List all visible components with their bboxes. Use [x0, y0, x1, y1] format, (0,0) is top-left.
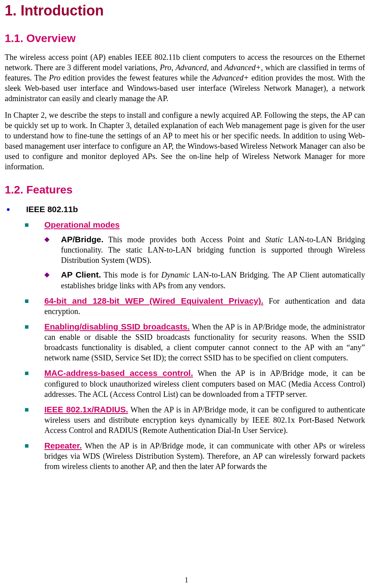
- text-italic: Pro: [49, 73, 61, 82]
- feature-heading: Repeater.: [44, 441, 82, 450]
- diamond-bullet-icon: ◆: [44, 269, 61, 290]
- feature-text: MAC-address-based access control. When t…: [44, 368, 365, 399]
- document-page: 1. Introduction 1.1. Overview The wirele…: [0, 0, 373, 588]
- feature-ieee-80211b: ● IEEE 802.11b: [5, 204, 365, 215]
- text-italic: Advanced: [175, 63, 207, 72]
- feature-repeater: ■ Repeater. When the AP is in AP/Bridge …: [25, 440, 365, 471]
- square-bullet-icon: ■: [25, 321, 44, 363]
- feature-heading: IEEE 802.1x/RADIUS.: [44, 405, 128, 414]
- text-italic: Advanced+: [225, 63, 261, 72]
- feature-heading: 64-bit and 128-bit WEP (Wired Equivalent…: [44, 296, 263, 305]
- text: ,: [171, 63, 175, 72]
- opmode-name: AP Client.: [61, 270, 101, 279]
- page-number: 1: [0, 576, 373, 585]
- square-bullet-icon: ■: [25, 368, 44, 399]
- opmode-ap-client: ◆ AP Client. This mode is for Dynamic LA…: [44, 269, 365, 290]
- feature-mac-access-control: ■ MAC-address-based access control. When…: [25, 368, 365, 399]
- heading-1-introduction: 1. Introduction: [5, 0, 365, 20]
- diamond-bullet-icon: ◆: [44, 234, 61, 265]
- opmode-name: AP/Bridge.: [61, 235, 103, 244]
- feature-ieee-8021x-radius: ■ IEEE 802.1x/RADIUS. When the AP is in …: [25, 404, 365, 435]
- opmode-text: AP/Bridge. This mode provides both Acces…: [61, 234, 365, 265]
- text-italic: Static: [265, 235, 284, 244]
- text-italic: Advanced+: [212, 73, 249, 82]
- feature-text: Repeater. When the AP is in AP/Bridge mo…: [44, 440, 365, 471]
- disc-bullet-icon: ●: [5, 204, 26, 215]
- text: edition provides the fewest features whi…: [61, 73, 212, 82]
- heading-2-features: 1.2. Features: [5, 183, 365, 197]
- feature-operational-modes: ■ Operational modes: [25, 219, 365, 230]
- overview-paragraph-1: The wireless access point (AP) enables I…: [5, 52, 365, 103]
- feature-heading: Enabling/disabling SSID broadcasts.: [44, 322, 190, 331]
- square-bullet-icon: ■: [25, 440, 44, 471]
- feature-heading: Operational modes: [44, 220, 120, 229]
- feature-wep: ■ 64-bit and 128-bit WEP (Wired Equivale…: [25, 295, 365, 316]
- opmode-ap-bridge: ◆ AP/Bridge. This mode provides both Acc…: [44, 234, 365, 265]
- text: , and: [207, 63, 225, 72]
- opmode-text: AP Client. This mode is for Dynamic LAN-…: [61, 269, 365, 290]
- text: When the AP is in AP/Bridge mode, it can…: [44, 441, 365, 471]
- overview-paragraph-2: In Chapter 2, we describe the steps to i…: [5, 110, 365, 172]
- text: This mode is for: [101, 270, 161, 279]
- feature-text: Enabling/disabling SSID broadcasts. When…: [44, 321, 365, 363]
- text-italic: Dynamic: [161, 270, 190, 279]
- feature-title: IEEE 802.11b: [26, 204, 78, 215]
- square-bullet-icon: ■: [25, 404, 44, 435]
- square-bullet-icon: ■: [25, 295, 44, 316]
- feature-text: 64-bit and 128-bit WEP (Wired Equivalent…: [44, 295, 365, 316]
- feature-text: IEEE 802.1x/RADIUS. When the AP is in AP…: [44, 404, 365, 435]
- text: This mode provides both Access Point and: [103, 235, 265, 244]
- square-bullet-icon: ■: [25, 219, 44, 230]
- feature-heading: MAC-address-based access control.: [44, 368, 193, 377]
- feature-text: Operational modes: [44, 219, 120, 230]
- feature-ssid-broadcasts: ■ Enabling/disabling SSID broadcasts. Wh…: [25, 321, 365, 363]
- heading-2-overview: 1.1. Overview: [5, 31, 365, 46]
- text-italic: Pro: [160, 63, 171, 72]
